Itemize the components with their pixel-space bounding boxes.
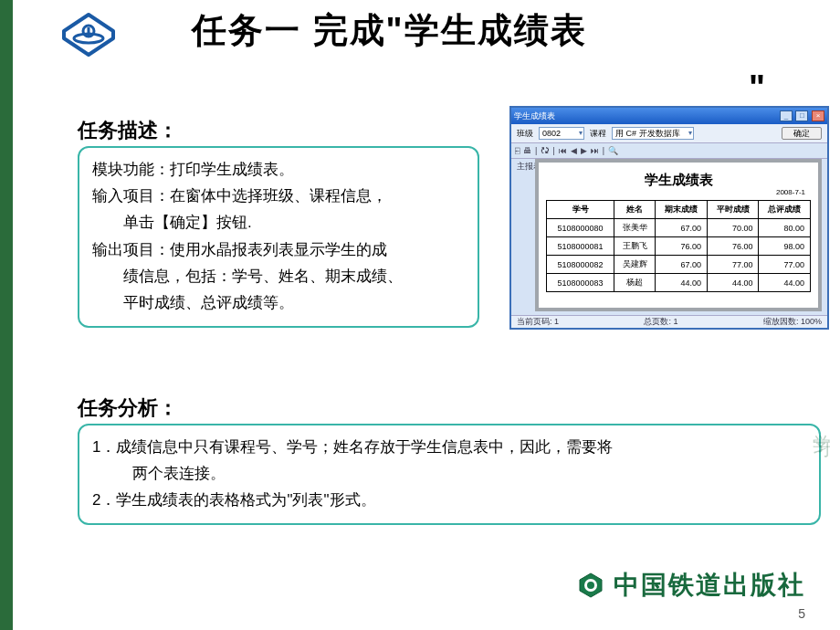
cell-usual: 44.00 <box>707 274 759 292</box>
table-row: 5108000082 吴建辉 67.00 77.00 77.00 <box>547 256 811 274</box>
app-titlebar: 学生成绩表 _ □ × <box>511 108 827 124</box>
col-total: 总评成绩 <box>759 201 811 219</box>
cell-final: 67.00 <box>656 219 708 237</box>
task-description-box: 模块功能：打印学生成绩表。 输入项目：在窗体中选择班级、课程信息， 单击【确定】… <box>78 146 479 328</box>
desc-line-output-c: 平时成绩、总评成绩等。 <box>92 290 465 315</box>
cell-name: 张美华 <box>614 219 656 237</box>
publisher-logo-icon <box>577 572 604 599</box>
toolbar-prev-icon[interactable]: ◀ <box>571 146 577 155</box>
status-total-pages: 总页数: 1 <box>644 316 677 328</box>
combo-course[interactable]: 用 C# 开发数据库 <box>612 127 694 140</box>
page-number: 5 <box>798 606 805 621</box>
report-date: 2008-7-1 <box>776 188 805 196</box>
toolbar-last-icon[interactable]: ⏭ <box>591 146 599 155</box>
report-page: 学生成绩表 2008-7-1 学号 姓名 期末成绩 平时成绩 总评成绩 <box>539 163 818 308</box>
report-table: 学号 姓名 期末成绩 平时成绩 总评成绩 5108000080 张美华 67.0… <box>546 200 811 292</box>
publisher-name: 中国铁道出版社 <box>614 568 805 603</box>
report-title: 学生成绩表 <box>546 168 811 193</box>
cell-usual: 76.00 <box>707 237 759 256</box>
analysis-item1-a: 1．成绩信息中只有课程号、学号；姓名存放于学生信息表中，因此，需要将 <box>92 435 806 461</box>
table-header-row: 学号 姓名 期末成绩 平时成绩 总评成绩 <box>547 201 811 219</box>
label-class: 班级 <box>517 128 533 140</box>
col-final: 期末成绩 <box>656 201 708 219</box>
maximize-icon[interactable]: □ <box>795 110 808 121</box>
app-filter-bar: 班级 0802 课程 用 C# 开发数据库 确定 <box>511 124 827 142</box>
cell-id: 5108000080 <box>547 219 614 237</box>
status-current-page: 当前页码: 1 <box>517 316 559 328</box>
app-statusbar: 当前页码: 1 总页数: 1 缩放因数: 100% <box>511 315 827 328</box>
report-toolbar: ⍇ 🖶 | 🗘 | ⏮ ◀ ▶ ⏭ | 🔍 <box>511 142 827 159</box>
cell-total: 77.00 <box>759 256 811 274</box>
ok-button[interactable]: 确定 <box>782 127 822 140</box>
toolbar-refresh-icon[interactable]: 🗘 <box>541 146 549 155</box>
toolbar-export-icon[interactable]: ⍇ <box>515 146 520 155</box>
heading-task-analysis: 任务分析： <box>78 394 178 422</box>
col-id: 学号 <box>547 201 614 219</box>
task-analysis-box: 1．成绩信息中只有课程号、学号；姓名存放于学生信息表中，因此，需要将 两个表连接… <box>78 424 821 525</box>
analysis-item1-b: 两个表连接。 <box>92 461 806 488</box>
toolbar-print-icon[interactable]: 🖶 <box>523 146 531 155</box>
cell-name: 杨超 <box>614 274 656 292</box>
status-zoom: 缩放因数: 100% <box>763 316 822 328</box>
app-screenshot: 学生成绩表 _ □ × 班级 0802 课程 用 C# 开发数据库 确定 ⍇ 🖶… <box>509 106 829 330</box>
desc-line-input-a: 输入项目：在窗体中选择班级、课程信息， <box>92 184 465 208</box>
desc-line-module: 模块功能：打印学生成绩表。 <box>92 157 465 182</box>
desc-line-output-b: 绩信息，包括：学号、姓名、期末成绩、 <box>92 264 465 289</box>
combo-class[interactable]: 0802 <box>539 127 584 140</box>
cell-total: 80.00 <box>759 219 811 237</box>
analysis-item2: 2．学生成绩表的表格格式为"列表"形式。 <box>92 488 806 514</box>
watermark: 学习 <box>810 420 835 435</box>
cell-name: 王鹏飞 <box>614 237 656 256</box>
cell-final: 44.00 <box>656 274 708 292</box>
publisher-logo-top <box>55 11 122 69</box>
cell-id: 5108000083 <box>547 274 614 292</box>
cell-id: 5108000082 <box>547 256 614 274</box>
table-row: 5108000081 王鹏飞 76.00 76.00 98.00 <box>547 237 811 256</box>
app-title-text: 学生成绩表 <box>514 110 555 122</box>
toolbar-next-icon[interactable]: ▶ <box>581 146 587 155</box>
report-viewport: 学生成绩表 2008-7-1 学号 姓名 期末成绩 平时成绩 总评成绩 <box>535 159 822 311</box>
col-usual: 平时成绩 <box>707 201 759 219</box>
cell-usual: 70.00 <box>707 219 759 237</box>
cell-usual: 77.00 <box>707 256 759 274</box>
toolbar-first-icon[interactable]: ⏮ <box>559 146 567 155</box>
cell-final: 76.00 <box>656 237 708 256</box>
footer-publisher: 中国铁道出版社 <box>577 568 805 603</box>
col-name: 姓名 <box>614 201 656 219</box>
desc-line-input-b: 单击【确定】按钮. <box>92 210 465 235</box>
desc-line-output-a: 输出项目：使用水晶报表列表显示学生的成 <box>92 237 465 262</box>
close-icon[interactable]: × <box>812 110 824 121</box>
heading-task-description: 任务描述： <box>78 117 178 144</box>
window-controls: _ □ × <box>779 110 824 121</box>
label-course: 课程 <box>590 128 606 140</box>
toolbar-search-icon[interactable]: 🔍 <box>608 146 618 155</box>
table-row: 5108000083 杨超 44.00 44.00 44.00 <box>547 274 811 292</box>
cell-name: 吴建辉 <box>614 256 656 274</box>
cell-total: 44.00 <box>759 274 811 292</box>
slide-title-quote-end: " <box>749 68 765 108</box>
cell-total: 98.00 <box>759 237 811 256</box>
table-row: 5108000080 张美华 67.00 70.00 80.00 <box>547 219 811 237</box>
svg-point-5 <box>587 582 594 589</box>
cell-id: 5108000081 <box>547 237 614 256</box>
slide-title: 任务一 完成"学生成绩表 <box>192 7 587 54</box>
minimize-icon[interactable]: _ <box>780 110 793 121</box>
cell-final: 67.00 <box>656 256 708 274</box>
